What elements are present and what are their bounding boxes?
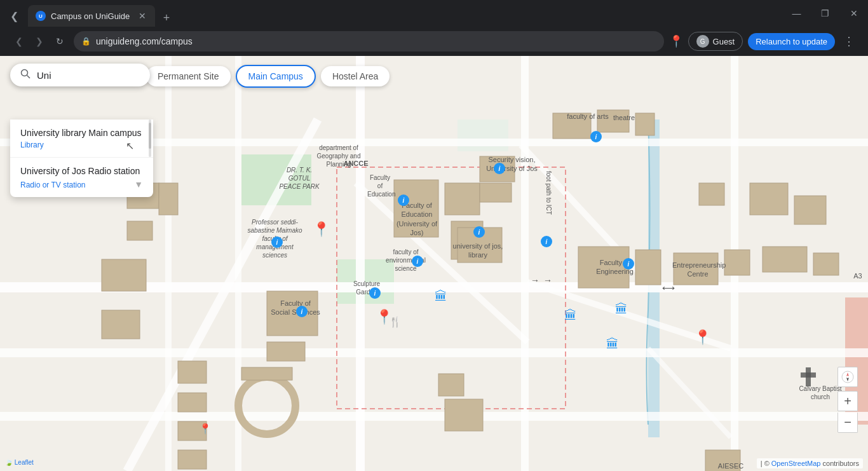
tab-title: Campus on UniGuide	[51, 11, 132, 21]
hostel-area-button[interactable]: Hostel Area	[321, 66, 390, 86]
label-security: Security vision, University of Jos	[485, 155, 539, 174]
svg-rect-55	[801, 372, 816, 378]
svg-rect-44	[794, 196, 826, 224]
svg-rect-49	[438, 374, 464, 396]
svg-rect-2	[0, 56, 868, 471]
svg-rect-9	[0, 348, 868, 357]
info-btn-library[interactable]: i	[473, 226, 485, 238]
close-button[interactable]: ✕	[839, 0, 868, 27]
osm-link[interactable]: OpenStreetMap	[771, 460, 821, 467]
svg-rect-59	[178, 393, 207, 412]
leaflet-watermark: 🍃 Leaflet	[5, 457, 43, 468]
svg-point-72	[22, 70, 28, 76]
tab-strip: U Campus on UniGuide ✕ +	[28, 5, 863, 27]
info-btn-security[interactable]: i	[494, 163, 505, 174]
location-icon[interactable]: 📍	[669, 34, 683, 48]
maximize-button[interactable]: ❐	[811, 0, 839, 27]
browser-chrome: ❮ U Campus on UniGuide ✕ + — ❐ ✕ ❮ ❯ ↻	[0, 0, 868, 56]
marker-campus[interactable]: 📍	[376, 309, 393, 325]
permanent-site-button[interactable]: Permanent Site	[146, 66, 231, 86]
url-bar[interactable]: 🔒 uniguideng.com/campus	[74, 31, 664, 51]
label-faculty-ed-short: Faculty of Education	[367, 174, 393, 198]
svg-rect-5	[458, 119, 508, 151]
info-btn-management[interactable]: i	[271, 236, 283, 248]
tab-close-button[interactable]: ✕	[137, 11, 147, 21]
svg-text:U: U	[39, 13, 43, 19]
svg-rect-40	[724, 250, 750, 275]
svg-rect-46	[813, 253, 839, 275]
tab-favicon: U	[36, 11, 46, 21]
svg-text:🍃 Leaflet: 🍃 Leaflet	[5, 458, 34, 467]
dropdown-item-library[interactable]: University library Main campus Library ↖	[10, 119, 153, 158]
label-library: university of jos, library	[452, 242, 503, 260]
url-text: uniguideng.com/campus	[96, 36, 656, 46]
svg-rect-27	[127, 221, 153, 240]
label-calvary: Calvary Baptist church	[798, 385, 843, 401]
svg-text:⟷: ⟷	[662, 283, 675, 293]
svg-text:🏛: 🏛	[615, 302, 628, 316]
label-peace-park: DR. T. K. GOTUL PEACE PARK	[277, 166, 322, 191]
svg-rect-13	[521, 56, 529, 471]
forward-button[interactable]: ❯	[31, 32, 48, 50]
svg-rect-8	[0, 282, 868, 292]
info-btn-arts[interactable]: i	[590, 131, 602, 142]
zoom-controls: + −	[837, 367, 858, 433]
search-icon	[20, 69, 31, 81]
svg-rect-45	[763, 247, 807, 272]
info-btn-social[interactable]: i	[296, 306, 308, 317]
map-svg: → → ⟷ 🏛 🏛 🏛 🏛 🍴 A3	[0, 56, 868, 471]
browser-menu-button[interactable]: ⋮	[840, 32, 858, 50]
label-social-sciences: Faculty of Social Sciences	[270, 299, 321, 317]
svg-rect-30	[102, 310, 140, 339]
info-btn-education[interactable]: i	[398, 195, 409, 206]
svg-point-56	[238, 377, 295, 434]
search-input[interactable]	[37, 70, 140, 81]
new-tab-button[interactable]: +	[158, 9, 175, 27]
profile-avatar: G	[696, 35, 709, 48]
svg-rect-47	[699, 183, 724, 205]
info-btn-sculpture[interactable]: i	[369, 287, 381, 299]
map-filter-buttons: Permanent Site Main Campus Hostel Area	[146, 65, 390, 88]
label-aiesec: AIESEC house	[709, 461, 753, 471]
svg-text:🏛: 🏛	[435, 289, 447, 303]
window-controls: — ❐ ✕	[782, 0, 868, 27]
info-btn-env[interactable]: i	[412, 256, 423, 267]
info-btn-engineering[interactable]: i	[623, 258, 634, 270]
info-btn-road[interactable]: i	[541, 236, 552, 247]
label-sculpture: Sculpture Garden	[344, 280, 389, 296]
zoom-in-button[interactable]: +	[837, 391, 858, 411]
marker-right[interactable]: 📍	[694, 329, 711, 346]
search-input-wrap	[10, 64, 150, 86]
dropdown-item-library-title: University library Main campus	[20, 127, 143, 139]
back-button[interactable]: ❮	[10, 32, 28, 50]
compass-button[interactable]	[837, 367, 858, 387]
minimize-button[interactable]: —	[782, 0, 811, 27]
main-campus-button[interactable]: Main Campus	[236, 65, 316, 88]
marker-bottom-left[interactable]: 📍	[199, 423, 212, 435]
reload-button[interactable]: ↻	[51, 32, 69, 50]
svg-rect-15	[165, 56, 172, 471]
svg-line-21	[648, 348, 731, 437]
dropdown-item-radio[interactable]: University of Jos Radio station Radio or…	[10, 158, 153, 197]
svg-rect-48	[445, 399, 483, 431]
relaunch-button[interactable]: Relaunch to update	[748, 33, 835, 50]
svg-rect-16	[235, 56, 241, 471]
svg-rect-35	[480, 183, 512, 202]
svg-line-73	[27, 76, 31, 79]
label-theatre: theatre	[605, 113, 643, 122]
active-tab[interactable]: U Campus on UniGuide ✕	[28, 5, 155, 27]
map-container: → → ⟷ 🏛 🏛 🏛 🏛 🍴 A3 faculty of arts theat…	[0, 56, 868, 471]
right-controls: 📍 G Guest Relaunch to update ⋮	[669, 32, 858, 51]
profile-button[interactable]: G Guest	[688, 32, 743, 51]
svg-rect-58	[178, 361, 207, 383]
svg-rect-12	[356, 56, 365, 471]
tab-bar: ❮ U Campus on UniGuide ✕ + — ❐ ✕	[0, 0, 868, 27]
marker-management[interactable]: 📍	[313, 221, 330, 238]
svg-rect-43	[750, 183, 788, 215]
dropdown-item-radio-title: University of Jos Radio station	[20, 165, 143, 177]
previous-tabs-button[interactable]: ❮	[5, 7, 23, 25]
svg-text:🏛: 🏛	[606, 337, 619, 351]
dropdown-item-radio-sub: Radio or TV station	[20, 181, 86, 189]
zoom-out-button[interactable]: −	[837, 413, 858, 433]
search-box: University library Main campus Library ↖…	[10, 64, 150, 86]
